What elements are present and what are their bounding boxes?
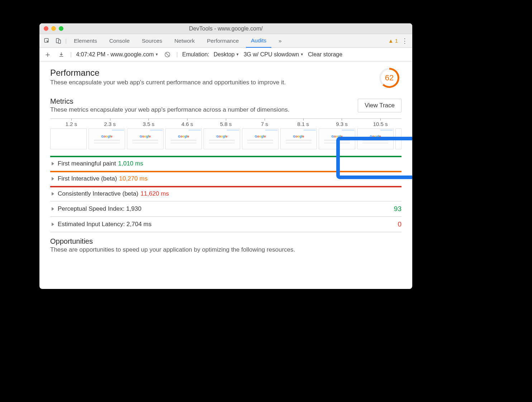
run-selector[interactable]: 4:07:42 PM - www.google.com ▼ — [76, 51, 158, 58]
warnings-count: 1 — [395, 38, 398, 44]
clear-icon[interactable] — [163, 50, 172, 59]
filmstrip: Google Google Google Google Google Googl… — [50, 128, 402, 149]
filmstrip-frame: Google — [165, 128, 202, 149]
disclosure-triangle-icon — [52, 192, 54, 196]
audits-toolbar: ＋ | 4:07:42 PM - www.google.com ▼ | Emul… — [39, 48, 412, 61]
metrics-subtitle: These metrics encapsulate your web app's… — [50, 106, 290, 113]
performance-title: Performance — [50, 68, 286, 78]
filmstrip-timeline: 1.2 s 2.3 s 3.5 s 4.6 s 5.8 s 7 s 8.1 s … — [50, 118, 402, 126]
filmstrip-frame — [50, 128, 87, 149]
tick-label: 9.3 s — [336, 121, 348, 127]
warning-icon: ▲ — [388, 38, 394, 44]
tab-elements[interactable]: Elements — [69, 34, 102, 47]
device-toolbar-icon[interactable] — [54, 36, 63, 46]
tick-label: 1.2 s — [66, 121, 77, 127]
disclosure-triangle-icon — [52, 177, 54, 181]
kebab-menu-icon[interactable]: ⋮ — [400, 36, 409, 46]
metrics-title: Metrics — [50, 97, 290, 106]
tick-label: 8.1 s — [297, 121, 309, 127]
metric-label: Perceptual Speed Index: 1,930 — [58, 205, 141, 212]
tab-console[interactable]: Console — [104, 34, 135, 47]
disclosure-triangle-icon — [52, 207, 54, 211]
metric-first-interactive[interactable]: First Interactive (beta) 10,270 ms — [50, 171, 402, 186]
tick-label: 5.8 s — [220, 121, 232, 127]
opportunities-title: Opportunities — [50, 237, 402, 246]
opportunities-subtitle: These are opportunities to speed up your… — [50, 246, 402, 253]
disclosure-triangle-icon — [52, 223, 54, 226]
metric-score: 0 — [398, 220, 402, 228]
performance-subtitle: These encapsulate your web app's current… — [50, 79, 286, 86]
devtools-tabbar: | Elements Console Sources Network Perfo… — [39, 34, 412, 48]
devtools-window: DevTools - www.google.com/ | Elements Co… — [39, 23, 412, 289]
tick-label: 2.3 s — [104, 121, 116, 127]
tab-sources[interactable]: Sources — [137, 34, 167, 47]
filmstrip-frame: Google — [242, 128, 279, 149]
filmstrip-frame: Google — [319, 128, 355, 149]
download-icon[interactable] — [57, 50, 66, 59]
filmstrip-frame: Google — [280, 128, 317, 149]
tick-label: 4.6 s — [181, 121, 193, 127]
filmstrip-frame: Google — [204, 128, 240, 149]
metric-label: First Interactive (beta) — [58, 175, 117, 182]
chevron-down-icon: ▼ — [236, 52, 239, 56]
performance-score-gauge: 62 — [379, 68, 399, 88]
metric-estimated-input-latency[interactable]: Estimated Input Latency: 2,704 ms 0 — [50, 216, 402, 232]
metric-first-meaningful-paint[interactable]: First meaningful paint 1,010 ms — [50, 156, 402, 171]
svg-rect-2 — [58, 40, 61, 43]
clear-storage-option[interactable]: Clear storage — [308, 51, 342, 58]
window-title: DevTools - www.google.com/ — [39, 25, 412, 32]
performance-score-value: 62 — [385, 73, 394, 83]
tick-label: 7 s — [261, 121, 268, 127]
inspect-element-icon[interactable] — [42, 36, 52, 46]
chevron-down-icon: ▼ — [155, 52, 158, 56]
tab-performance[interactable]: Performance — [202, 34, 244, 47]
tab-audits[interactable]: Audits — [246, 34, 271, 48]
audit-report: Performance These encapsulate your web a… — [39, 61, 412, 289]
performance-header: Performance These encapsulate your web a… — [50, 68, 402, 88]
emulation-label: Emulation: — [182, 51, 209, 58]
throttle-selector[interactable]: 3G w/ CPU slowdown ▼ — [243, 51, 304, 58]
tick-label: 3.5 s — [143, 121, 155, 127]
metric-value: 1,010 ms — [118, 160, 143, 167]
new-audit-icon[interactable]: ＋ — [43, 50, 52, 59]
device-selector[interactable]: Desktop ▼ — [214, 51, 239, 58]
metrics-header: Metrics These metrics encapsulate your w… — [50, 97, 402, 113]
filmstrip-frame: Google — [127, 128, 163, 149]
tick-label: 10.5 s — [373, 121, 388, 127]
filmstrip-frame: Google — [357, 128, 394, 149]
metric-list: First meaningful paint 1,010 ms First In… — [50, 156, 402, 232]
metric-value: 11,620 ms — [141, 190, 169, 197]
metric-value: 10,270 ms — [119, 175, 147, 182]
run-label: 4:07:42 PM - www.google.com — [76, 51, 154, 58]
tab-network[interactable]: Network — [169, 34, 200, 47]
opportunities-section: Opportunities These are opportunities to… — [50, 237, 402, 253]
metric-score: 93 — [394, 205, 402, 213]
metric-perceptual-speed-index[interactable]: Perceptual Speed Index: 1,930 93 — [50, 201, 402, 216]
chevron-down-icon: ▼ — [300, 52, 304, 56]
disclosure-triangle-icon — [52, 162, 54, 165]
metric-label: Consistently Interactive (beta) — [58, 190, 138, 197]
view-trace-button[interactable]: View Trace — [358, 99, 402, 112]
filmstrip-frame — [395, 128, 402, 149]
metric-consistently-interactive[interactable]: Consistently Interactive (beta) 11,620 m… — [50, 186, 402, 201]
filmstrip-frame: Google — [89, 128, 125, 149]
metric-label: Estimated Input Latency: 2,704 ms — [58, 221, 152, 228]
window-titlebar: DevTools - www.google.com/ — [39, 23, 412, 34]
tabs-overflow[interactable]: » — [274, 34, 287, 47]
metric-label: First meaningful paint — [58, 160, 116, 167]
warnings-badge[interactable]: ▲ 1 — [388, 38, 398, 44]
